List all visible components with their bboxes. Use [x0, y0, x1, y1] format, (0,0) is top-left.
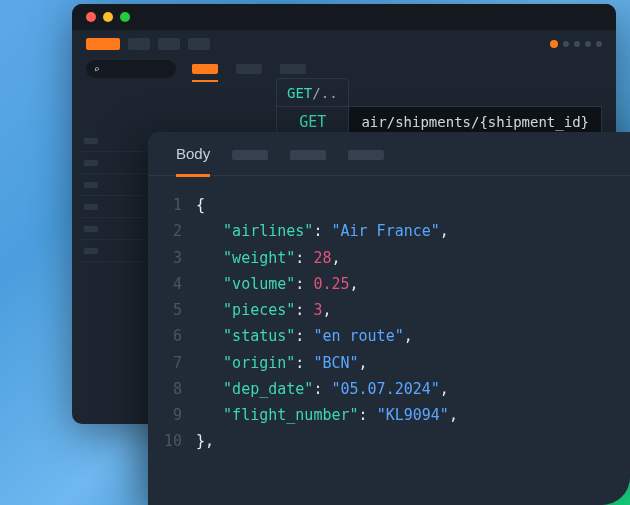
line-number: 8: [148, 376, 196, 402]
nav-tab[interactable]: [280, 64, 306, 74]
traffic-lights: [86, 12, 130, 22]
maximize-icon[interactable]: [120, 12, 130, 22]
sidebar: [78, 130, 150, 262]
line-number: 5: [148, 297, 196, 323]
toolbar-item[interactable]: [158, 38, 180, 50]
response-panel: Body 1{2 "airlines": "Air France",3 "wei…: [148, 132, 630, 505]
line-number: 9: [148, 402, 196, 428]
status-dot-icon: [585, 41, 591, 47]
status-dot-icon: [596, 41, 602, 47]
code-content: "weight": 28,: [196, 245, 341, 271]
path-suffix: /..: [312, 85, 337, 101]
tab-item[interactable]: [290, 150, 326, 160]
code-content: "pieces": 3,: [196, 297, 331, 323]
tab-item[interactable]: [232, 150, 268, 160]
method-label: GET: [287, 85, 312, 101]
code-content: {: [196, 192, 205, 218]
search-icon: ⌕: [94, 64, 99, 74]
code-content: "status": "en route",: [196, 323, 413, 349]
line-number: 1: [148, 192, 196, 218]
sidebar-item[interactable]: [78, 174, 150, 196]
code-line: 4 "volume": 0.25,: [148, 271, 630, 297]
line-number: 6: [148, 323, 196, 349]
line-number: 4: [148, 271, 196, 297]
code-line: 2 "airlines": "Air France",: [148, 218, 630, 244]
code-content: "flight_number": "KL9094",: [196, 402, 458, 428]
toolbar-item[interactable]: [188, 38, 210, 50]
line-number: 3: [148, 245, 196, 271]
code-line: 6 "status": "en route",: [148, 323, 630, 349]
titlebar: [72, 4, 616, 30]
nav-tabs: [188, 64, 306, 74]
line-number: 7: [148, 350, 196, 376]
tab-item[interactable]: [348, 150, 384, 160]
tab-body[interactable]: Body: [176, 145, 210, 177]
code-content: "volume": 0.25,: [196, 271, 359, 297]
line-number: 2: [148, 218, 196, 244]
request-tab[interactable]: GET/..: [276, 78, 349, 107]
nav-tab[interactable]: [236, 64, 262, 74]
code-line: 5 "pieces": 3,: [148, 297, 630, 323]
code-line: 7 "origin": "BCN",: [148, 350, 630, 376]
code-line: 10},: [148, 428, 630, 454]
status-dot-icon: [563, 41, 569, 47]
status-dot-icon: [574, 41, 580, 47]
code-line: 9 "flight_number": "KL9094",: [148, 402, 630, 428]
minimize-icon[interactable]: [103, 12, 113, 22]
sidebar-item[interactable]: [78, 240, 150, 262]
line-number: 10: [148, 428, 196, 454]
toolbar-active-item[interactable]: [86, 38, 120, 50]
sidebar-item[interactable]: [78, 130, 150, 152]
sidebar-item[interactable]: [78, 218, 150, 240]
toolbar: [72, 30, 616, 54]
toolbar-item[interactable]: [128, 38, 150, 50]
code-content: },: [196, 428, 214, 454]
code-line: 1{: [148, 192, 630, 218]
nav-tab-active[interactable]: [192, 64, 218, 74]
status-dot-icon: [550, 40, 558, 48]
code-line: 3 "weight": 28,: [148, 245, 630, 271]
close-icon[interactable]: [86, 12, 96, 22]
toolbar-indicator: [550, 40, 602, 48]
response-tabs: Body: [148, 132, 630, 176]
code-content: "origin": "BCN",: [196, 350, 368, 376]
search-input[interactable]: ⌕: [86, 60, 176, 78]
sidebar-item[interactable]: [78, 196, 150, 218]
code-line: 8 "dep_date": "05.07.2024",: [148, 376, 630, 402]
code-content: "dep_date": "05.07.2024",: [196, 376, 449, 402]
sidebar-item[interactable]: [78, 152, 150, 174]
code-editor[interactable]: 1{2 "airlines": "Air France",3 "weight":…: [148, 176, 630, 455]
code-content: "airlines": "Air France",: [196, 218, 449, 244]
